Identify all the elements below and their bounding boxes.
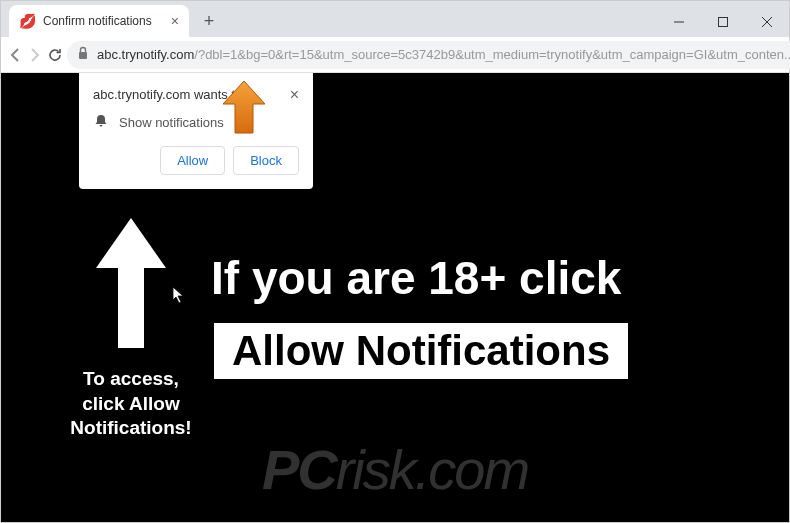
permission-close-button[interactable]: ×	[290, 87, 299, 103]
maximize-button[interactable]	[701, 7, 745, 37]
pointer-arrow-icon	[219, 78, 269, 138]
minimize-button[interactable]	[657, 7, 701, 37]
minimize-icon	[674, 17, 684, 27]
page-content: abc.trynotify.com wants to × Show notifi…	[1, 73, 789, 522]
reload-button[interactable]	[47, 41, 63, 69]
watermark-suffix: risk.com	[336, 438, 528, 501]
block-button[interactable]: Block	[233, 146, 299, 175]
big-up-arrow-icon	[86, 213, 176, 357]
reload-icon	[47, 47, 63, 63]
tab-title: Confirm notifications	[43, 14, 163, 28]
allow-button[interactable]: Allow	[160, 146, 225, 175]
bell-icon	[93, 113, 109, 132]
watermark: PCrisk.com	[262, 437, 528, 502]
watermark-prefix: PC	[262, 438, 336, 501]
arrow-right-icon	[27, 47, 43, 63]
new-tab-button[interactable]: +	[195, 7, 223, 35]
favicon-icon: 💋	[19, 13, 35, 29]
arrow-caption: To access, click Allow Notifications!	[70, 367, 191, 441]
back-button[interactable]	[7, 41, 23, 69]
permission-message: Show notifications	[119, 115, 224, 130]
arrow-left-icon	[7, 47, 23, 63]
svg-rect-1	[719, 18, 728, 27]
notification-permission-popup: abc.trynotify.com wants to × Show notifi…	[79, 73, 313, 189]
tab-close-icon[interactable]: ×	[171, 13, 179, 29]
lock-icon	[77, 46, 89, 63]
url-path: /?dbl=1&bg=0&rt=15&utm_source=5c3742b9&u…	[194, 47, 790, 62]
url-domain: abc.trynotify.com	[97, 47, 194, 62]
toolbar: abc.trynotify.com/?dbl=1&bg=0&rt=15&utm_…	[1, 37, 789, 73]
close-icon	[762, 17, 772, 27]
titlebar: 💋 Confirm notifications × +	[1, 1, 789, 37]
close-window-button[interactable]	[745, 7, 789, 37]
allow-notifications-box: Allow Notifications	[211, 320, 631, 382]
forward-button[interactable]	[27, 41, 43, 69]
maximize-icon	[718, 17, 728, 27]
url-text: abc.trynotify.com/?dbl=1&bg=0&rt=15&utm_…	[97, 47, 790, 62]
arrow-column: To access, click Allow Notifications!	[71, 213, 191, 441]
browser-window: 💋 Confirm notifications × +	[0, 0, 790, 523]
browser-tab[interactable]: 💋 Confirm notifications ×	[9, 5, 189, 37]
window-controls	[657, 7, 789, 37]
headline-text: If you are 18+ click	[211, 253, 631, 304]
pointer-arrow-overlay	[219, 78, 269, 142]
address-bar[interactable]: abc.trynotify.com/?dbl=1&bg=0&rt=15&utm_…	[67, 41, 790, 69]
page-body: To access, click Allow Notifications! If…	[71, 213, 631, 441]
message-column: If you are 18+ click Allow Notifications	[211, 253, 631, 382]
svg-rect-4	[79, 52, 87, 59]
